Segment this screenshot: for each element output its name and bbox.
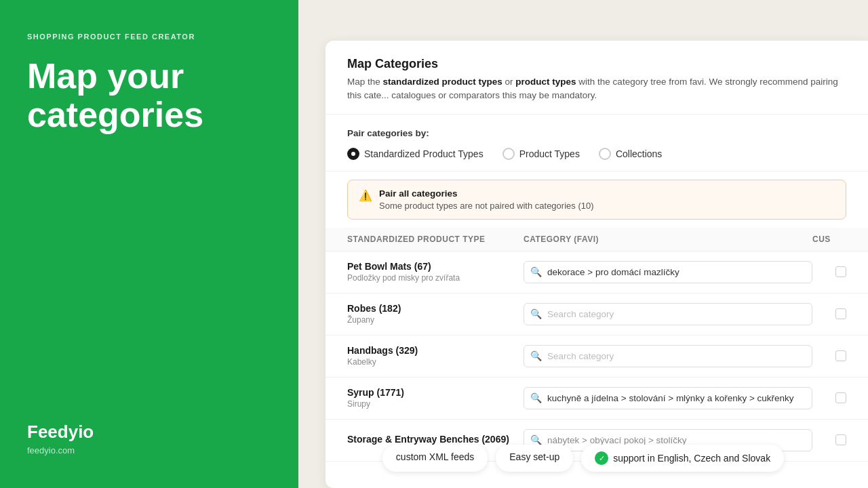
category-input-2[interactable]	[524, 345, 812, 367]
table-col-category: Category (favi)	[524, 235, 812, 244]
product-name-1: Robes (182)	[347, 303, 524, 314]
table-header: Standardized Product Type Category (favi…	[326, 228, 868, 251]
category-cell-3: 🔍	[524, 387, 812, 409]
radio-label-collections: Collections	[616, 148, 662, 159]
checkbox-3[interactable]	[835, 392, 846, 403]
product-cell-3: Syrup (1771) Sirupy	[347, 387, 524, 409]
product-cell-2: Handbags (329) Kabelky	[347, 345, 524, 367]
table-row: Robes (182) Župany 🔍	[326, 293, 868, 336]
product-cell-0: Pet Bowl Mats (67) Podložky pod misky pr…	[347, 261, 524, 283]
bottom-bar: custom XML feeds Easy set-up ✓ support i…	[298, 445, 868, 472]
category-cell-1: 🔍	[524, 303, 812, 325]
product-sub-1: Župany	[347, 315, 524, 325]
sidebar-url: feedyio.com	[27, 445, 271, 455]
checkbox-2[interactable]	[835, 350, 846, 361]
warning-banner: ⚠️ Pair all categories Some product type…	[347, 180, 846, 220]
sidebar: Shopping Product Feed Creator Map your c…	[0, 0, 298, 488]
checkbox-cell-1	[812, 308, 846, 319]
warning-icon: ⚠️	[359, 189, 372, 202]
card-subtitle: Map the standardized product types or pr…	[347, 75, 846, 103]
checkbox-cell-2	[812, 350, 846, 361]
warning-content: Pair all categories Some product types a…	[379, 188, 594, 211]
checkbox-0[interactable]	[835, 266, 846, 277]
pill-xml-label: custom XML feeds	[396, 451, 474, 462]
pill-support: ✓ support in English, Czech and Slovak	[581, 445, 784, 472]
product-name-2: Handbags (329)	[347, 345, 524, 356]
product-sub-3: Sirupy	[347, 399, 524, 409]
product-name-4: Storage & Entryway Benches (2069)	[347, 434, 524, 445]
radio-option-product-types[interactable]: Product Types	[502, 148, 580, 160]
radio-option-collections[interactable]: Collections	[599, 148, 662, 160]
sidebar-footer: Feedyio feedyio.com	[27, 422, 271, 455]
radio-circle-standardized	[347, 148, 359, 160]
category-input-3[interactable]	[524, 387, 812, 409]
subtitle-bold1: standardized product types	[383, 77, 502, 87]
pill-support-label: support in English, Czech and Slovak	[613, 453, 770, 464]
table-row: Handbags (329) Kabelky 🔍	[326, 336, 868, 378]
product-name-3: Syrup (1771)	[347, 387, 524, 398]
radio-label-standardized: Standardized Product Types	[364, 148, 484, 159]
main-card: Map Categories Map the standardized prod…	[326, 41, 868, 488]
content-area: Map Categories Map the standardized prod…	[298, 0, 868, 488]
checkbox-cell-4	[812, 434, 846, 445]
category-input-0[interactable]	[524, 261, 812, 283]
card-header: Map Categories Map the standardized prod…	[326, 41, 868, 115]
radio-label-product-types: Product Types	[519, 148, 580, 159]
product-cell-1: Robes (182) Župany	[347, 303, 524, 325]
warning-subtitle: Some product types are not paired with c…	[379, 201, 594, 211]
sidebar-brand: Feedyio	[27, 422, 271, 443]
product-name-0: Pet Bowl Mats (67)	[347, 261, 524, 272]
category-cell-0: 🔍	[524, 261, 812, 283]
table-row: Syrup (1771) Sirupy 🔍	[326, 378, 868, 420]
radio-circle-product-types	[502, 148, 515, 160]
sidebar-title: Map your categories	[27, 57, 271, 422]
pair-label: Pair categories by:	[347, 128, 846, 138]
pill-setup-label: Easy set-up	[509, 451, 559, 462]
table-row: Pet Bowl Mats (67) Podložky pod misky pr…	[326, 251, 868, 293]
pill-setup: Easy set-up	[496, 445, 573, 472]
product-sub-0: Podložky pod misky pro zvířata	[347, 273, 524, 283]
subtitle-bold2: product types	[515, 77, 576, 87]
card-title: Map Categories	[347, 57, 846, 71]
pill-xml: custom XML feeds	[382, 445, 488, 472]
warning-title: Pair all categories	[379, 188, 594, 199]
checkbox-cell-0	[812, 266, 846, 277]
product-sub-2: Kabelky	[347, 357, 524, 367]
radio-option-standardized[interactable]: Standardized Product Types	[347, 148, 484, 160]
sidebar-top-label: Shopping Product Feed Creator	[27, 33, 271, 41]
table-col-product: Standardized Product Type	[347, 235, 524, 244]
checkbox-4[interactable]	[835, 434, 846, 445]
radio-group: Standardized Product Types Product Types…	[347, 148, 846, 160]
table-col-custom: Cus	[812, 235, 846, 244]
category-cell-2: 🔍	[524, 345, 812, 367]
checkbox-1[interactable]	[835, 308, 846, 319]
checkbox-cell-3	[812, 392, 846, 403]
pair-section: Pair categories by: Standardized Product…	[326, 115, 868, 171]
check-badge-icon: ✓	[595, 451, 608, 465]
category-input-1[interactable]	[524, 303, 812, 325]
radio-circle-collections	[599, 148, 611, 160]
